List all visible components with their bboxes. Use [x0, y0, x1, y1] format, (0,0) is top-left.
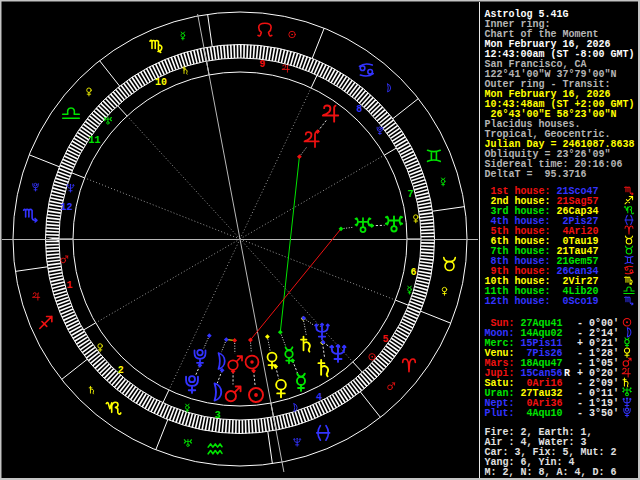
- svg-text:Plut:: Plut:: [485, 408, 515, 419]
- svg-text:12th house:: 12th house:: [485, 296, 551, 307]
- svg-text:R: R: [564, 368, 570, 379]
- svg-text:1: 1: [67, 280, 73, 291]
- svg-text:7: 7: [407, 189, 413, 200]
- svg-text:6: 6: [410, 267, 416, 278]
- svg-text:9: 9: [259, 59, 265, 70]
- svg-text:4Aqu10: 4Aqu10: [521, 408, 563, 419]
- svg-text:12: 12: [61, 202, 73, 213]
- svg-text:0Sco19: 0Sco19: [557, 296, 599, 307]
- svg-text:3: 3: [215, 410, 221, 421]
- svg-text:2: 2: [118, 365, 124, 376]
- svg-text:5: 5: [382, 334, 388, 345]
- svg-text:8: 8: [356, 104, 362, 115]
- svg-text:DeltaT = 95.3716: DeltaT = 95.3716: [485, 169, 587, 180]
- svg-text:10: 10: [155, 77, 167, 88]
- svg-text:- 3°50': - 3°50': [577, 408, 619, 419]
- svg-text:11: 11: [88, 135, 100, 146]
- svg-text:M: 2, N: 8, A: 4, D: 6: M: 2, N: 8, A: 4, D: 6: [485, 467, 617, 478]
- svg-text:4: 4: [316, 392, 322, 403]
